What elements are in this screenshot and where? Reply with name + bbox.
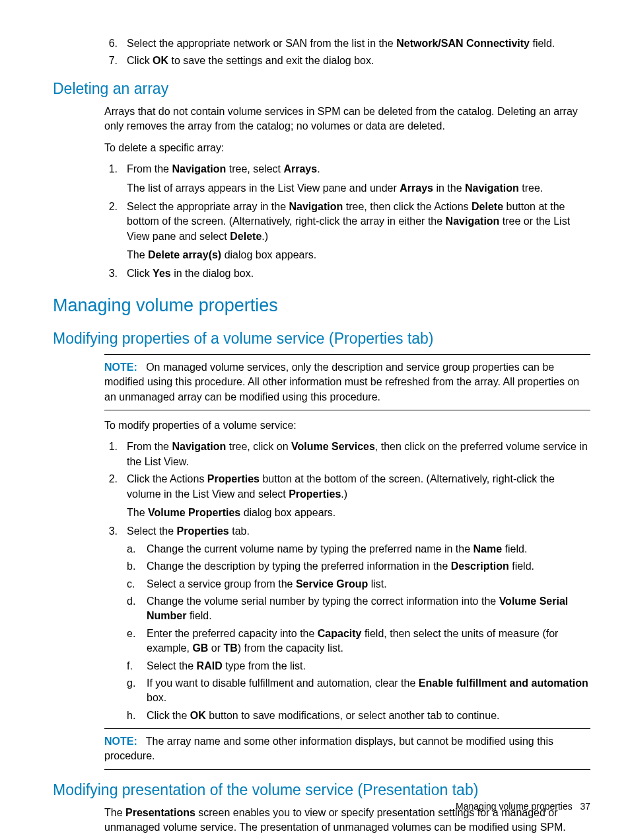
list-letter: c. [127, 577, 147, 592]
ordered-list: 1. From the Navigation tree, select Arra… [104, 162, 590, 176]
list-text: Click Yes in the dialog box. [127, 266, 590, 281]
list-item: 2. Click the Actions Properties button a… [104, 472, 590, 502]
list-text: From the Navigation tree, click on Volum… [127, 439, 590, 469]
list-number: 3. [104, 524, 127, 539]
list-text: Select the appropriate array in the Navi… [127, 200, 590, 244]
list-letter: h. [127, 708, 147, 723]
list-item: c.Select a service group from the Servic… [127, 577, 590, 592]
list-item: 3. Select the Properties tab. [104, 524, 590, 539]
ordered-list: 3. Click Yes in the dialog box. [104, 266, 590, 281]
list-text: Select the appropriate network or SAN fr… [127, 36, 590, 51]
list-item: g.If you want to disable fulfillment and… [127, 676, 590, 706]
list-text: Change the current volume name by typing… [147, 542, 590, 556]
list-letter: a. [127, 542, 147, 556]
list-text: Click OK to save the settings and exit t… [127, 54, 590, 68]
list-text: Change the volume serial number by typin… [147, 594, 590, 624]
note-box: NOTE: On managed volume services, only t… [104, 354, 590, 410]
list-number: 1. [104, 162, 127, 176]
list-text: Change the description by typing the pre… [147, 559, 590, 574]
list-text: If you want to disable fulfillment and a… [147, 676, 590, 706]
list-text: Click the OK button to save modification… [147, 708, 590, 723]
list-number: 2. [104, 472, 127, 502]
list-item: d.Change the volume serial number by typ… [127, 594, 590, 624]
note-box: NOTE: The array name and some other info… [104, 728, 590, 770]
list-item: f.Select the RAID type from the list. [127, 659, 590, 673]
list-item: h.Click the OK button to save modificati… [127, 708, 590, 723]
list-item: 3. Click Yes in the dialog box. [104, 266, 590, 281]
note-label: NOTE: [104, 736, 137, 747]
list-item: 1. From the Navigation tree, select Arra… [104, 162, 590, 176]
footer-label: Managing volume properties [456, 801, 573, 812]
list-item: b.Change the description by typing the p… [127, 559, 590, 574]
list-letter: b. [127, 559, 147, 574]
note-text: On managed volume services, only the des… [104, 362, 579, 402]
sub-paragraph: The Volume Properties dialog box appears… [127, 506, 590, 520]
list-number: 2. [104, 200, 127, 244]
list-text: Select the RAID type from the list. [147, 659, 590, 673]
list-text: From the Navigation tree, select Arrays. [127, 162, 590, 176]
list-letter: e. [127, 627, 147, 656]
ordered-list: 1. From the Navigation tree, click on Vo… [104, 439, 590, 502]
paragraph: To modify properties of a volume service… [104, 418, 590, 433]
section-heading-modifying-presentation: Modifying presentation of the volume ser… [53, 779, 590, 800]
sub-paragraph: The list of arrays appears in the List V… [127, 181, 590, 196]
paragraph: To delete a specific array: [104, 141, 590, 155]
list-item: 1. From the Navigation tree, click on Vo… [104, 439, 590, 469]
list-number: 6. [104, 36, 127, 51]
list-letter: d. [127, 594, 147, 624]
list-item: 7. Click OK to save the settings and exi… [104, 54, 590, 68]
list-item: 6. Select the appropriate network or SAN… [104, 36, 590, 51]
list-number: 1. [104, 439, 127, 469]
list-number: 3. [104, 266, 127, 281]
list-letter: f. [127, 659, 147, 673]
paragraph: Arrays that do not contain volume servic… [104, 104, 590, 134]
note-text: The array name and some other informatio… [104, 736, 553, 761]
list-item: a.Change the current volume name by typi… [127, 542, 590, 556]
list-item: 2. Select the appropriate array in the N… [104, 200, 590, 244]
list-text: Click the Actions Properties button at t… [127, 472, 590, 502]
section-heading-managing-volume: Managing volume properties [53, 293, 590, 319]
page-footer: Managing volume properties 37 [456, 800, 590, 814]
list-text: Enter the preferred capacity into the Ca… [147, 627, 590, 656]
list-number: 7. [104, 54, 127, 68]
list-letter: g. [127, 676, 147, 706]
ordered-list: 2. Select the appropriate array in the N… [104, 200, 590, 244]
note-label: NOTE: [104, 362, 137, 373]
page-number: 37 [580, 801, 590, 812]
section-heading-modifying-props: Modifying properties of a volume service… [53, 328, 590, 349]
list-text: Select a service group from the Service … [147, 577, 590, 592]
intro-ordered-list: 6. Select the appropriate network or SAN… [104, 36, 590, 69]
sub-paragraph: The Delete array(s) dialog box appears. [127, 248, 590, 262]
list-item: e.Enter the preferred capacity into the … [127, 627, 590, 656]
nested-list: a.Change the current volume name by typi… [127, 542, 590, 723]
list-text: Select the Properties tab. [127, 524, 590, 539]
section-heading-deleting-array: Deleting an array [53, 78, 590, 99]
ordered-list: 3. Select the Properties tab. [104, 524, 590, 539]
